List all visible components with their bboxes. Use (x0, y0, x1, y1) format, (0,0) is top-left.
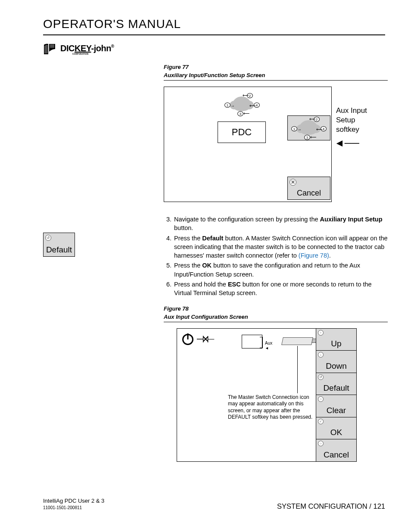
figure-78-graphic: ⊣✕⊢ Aux◄ The Master Switch Connection ic… (177, 328, 357, 462)
joypad-icon: 1 2 3 4 → ⟵ ⟵ ⟵ (224, 94, 259, 115)
default-mini-icon: ↺ (45, 235, 51, 241)
header-rule (43, 34, 385, 35)
step-3: 3. Navigate to the configuration screen … (164, 215, 388, 233)
figure-78-softkeys: ↑Up ↓Down ↺Default ○Clear ✓OK ○Cancel (316, 329, 356, 461)
pdc-box: PDC (218, 121, 266, 143)
down-icon: ↓ (318, 352, 324, 358)
cancel-label: Cancel (297, 189, 321, 198)
step-6: 6. Press and hold the ESC button for one… (164, 280, 388, 298)
aux-input-setup-label: Aux Input Setup softkey (336, 106, 383, 134)
registered-icon: ® (111, 44, 114, 49)
aux-input-setup-softkey: 1 2 3 4 → ⟵ ⟵ ⟵ (287, 115, 330, 140)
down-softkey: ↓Down (316, 351, 356, 373)
default-softkey-illustration: ↺ Default (43, 233, 75, 257)
up-softkey: ↑Up (316, 329, 356, 351)
up-icon: ↑ (318, 330, 324, 336)
step-4: 4. Press the Default button. A Master Sw… (164, 234, 388, 260)
brand-block: DICKEY-john® CORPORATION (43, 43, 385, 55)
clear-softkey: ○Clear (316, 395, 356, 417)
footer-product: IntelliAg PDC User 2 & 3 (43, 498, 104, 505)
aux-module-icon (242, 335, 262, 348)
brand-post: -john (91, 44, 111, 53)
default-softkey: ↺Default (316, 373, 356, 395)
brand-pre: DIC (60, 44, 75, 53)
page-footer: IntelliAg PDC User 2 & 3 11001-1501-2008… (43, 498, 385, 510)
bubble-1b: 1 (291, 126, 297, 131)
footer-doc-no: 11001-1501-200811 (43, 505, 104, 510)
figure-77-label: Figure 77 (164, 64, 388, 70)
cancel-softkey-78: ○Cancel (316, 439, 356, 461)
disconnect-icon: ⊣✕⊢ (196, 334, 212, 345)
figure-77-graphic: 1 2 3 4 → ⟵ ⟵ ⟵ PDC 1 2 3 4 → ⟵ ⟵ ⟵ ✕ (164, 87, 332, 202)
close-icon: ✕ (290, 179, 296, 186)
footer-section: SYSTEM CONFIGURATION / 121 (277, 502, 385, 510)
ok-softkey: ✓OK (316, 417, 356, 440)
bubble-3b: 3 (304, 135, 310, 140)
bubble-3: 3 (237, 111, 243, 116)
manual-title: OPERATOR'S MANUAL (43, 17, 385, 31)
default-icon: ↺ (318, 374, 324, 380)
callout-line (297, 346, 298, 393)
brand-logo-icon (43, 43, 56, 55)
figure-78-title: Aux Input Configuration Screen (164, 314, 388, 322)
figure-78-note: The Master Switch Connection icon may ap… (228, 394, 314, 421)
brand-key: KEY (75, 44, 91, 53)
bubble-1: 1 (224, 103, 230, 108)
brand-text: DICKEY-john® CORPORATION (60, 44, 114, 55)
cancel-icon: ○ (318, 441, 324, 446)
step-5: 5. Press the OK button to save the confi… (164, 261, 388, 279)
figure-78-link[interactable]: (Figure 78) (299, 252, 329, 259)
instruction-steps: 3. Navigate to the configuration screen … (164, 215, 388, 298)
default-label: Default (46, 245, 72, 255)
arrow-left-icon: ◄── (334, 137, 359, 149)
aux-label: Aux◄ (265, 341, 272, 350)
power-icon (182, 334, 193, 345)
figure-78-label: Figure 78 (164, 305, 388, 312)
cab-connector-icon (281, 337, 313, 345)
cancel-softkey: ✕ Cancel (287, 177, 330, 200)
clear-icon: ○ (318, 396, 324, 402)
ok-icon: ✓ (318, 419, 324, 424)
figure-77-title: Auxiliary Input/Function Setup Screen (164, 72, 388, 81)
